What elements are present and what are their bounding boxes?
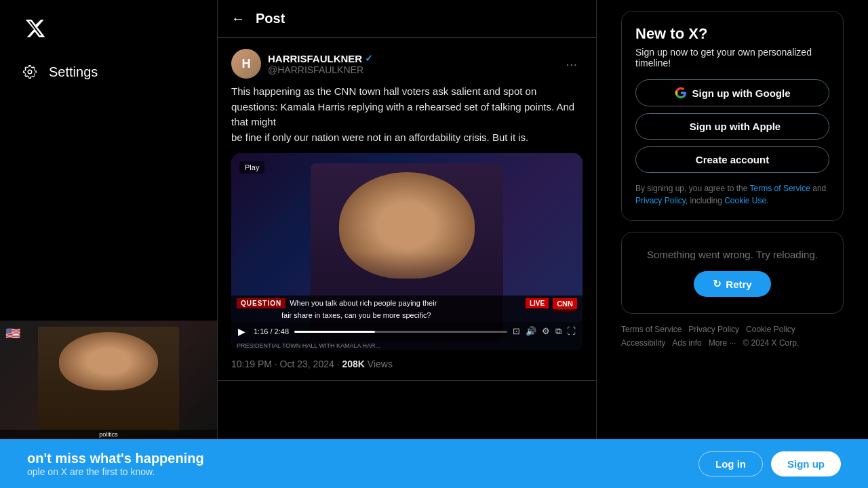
lower-caption: PRESIDENTIAL TOWN HALL WITH KAMALA HAR..… — [231, 341, 583, 350]
verified-icon: ✓ — [365, 53, 373, 64]
subtitles-icon[interactable]: ⊡ — [513, 326, 520, 337]
settings-icon — [20, 62, 39, 81]
bottom-left-video-overlay: 🇺🇸 politics — [0, 321, 217, 439]
overlay-person — [38, 327, 179, 434]
footer-links: Terms of Service Privacy Policy Cookie P… — [621, 325, 844, 348]
more-options-button[interactable]: ··· — [560, 54, 583, 75]
settings-video-icon[interactable]: ⚙ — [542, 326, 550, 337]
right-panel: New to X? Sign up now to get your own pe… — [610, 0, 854, 488]
video-time: 1:16 / 2:48 — [254, 327, 289, 336]
fullscreen-icon[interactable]: ⛶ — [567, 326, 576, 337]
overlay-video-bg: 🇺🇸 politics — [0, 321, 217, 439]
new-to-x-card: New to X? Sign up now to get your own pe… — [621, 11, 844, 221]
tweet-author-info: H HARRISFAULKNER ✓ @HARRISFAULKNER — [231, 49, 373, 79]
video-player[interactable]: CNN QUESTION When you talk about rich pe… — [231, 153, 583, 350]
footer-ads-info[interactable]: Ads info — [672, 338, 701, 348]
privacy-link[interactable]: Privacy Policy — [635, 196, 686, 205]
tweet-text: This happening as the CNN town hall vote… — [231, 84, 583, 145]
post-header: ← Post — [218, 0, 596, 38]
new-to-x-subtitle: Sign up now to get your own personalized… — [635, 47, 829, 68]
footer-cookie[interactable]: Cookie Policy — [746, 325, 795, 334]
overlay-flag: 🇺🇸 — [5, 326, 20, 341]
signup-apple-button[interactable]: Sign up with Apple — [635, 113, 829, 140]
banner-headline: on't miss what's happening — [27, 451, 204, 466]
new-to-x-title: New to X? — [635, 25, 829, 43]
video-control-icons: ⊡ 🔊 ⚙ ⧉ ⛶ — [513, 326, 576, 337]
banner-actions: Log in Sign up — [698, 451, 841, 476]
author-display-name: HARRISFAULKNER ✓ — [268, 53, 373, 64]
lower-third-line1: When you talk about rich people paying t… — [290, 298, 521, 308]
retry-button[interactable]: ↻ Retry — [694, 271, 770, 297]
main-content: ← Post H HARRISFAULKNER ✓ @HARRISFAULKNE… — [217, 0, 597, 488]
avatar[interactable]: H — [231, 49, 261, 79]
error-message: Something went wrong. Try reloading. — [647, 249, 818, 260]
live-badge: LIVE — [526, 298, 549, 308]
cookie-use-link[interactable]: Cookie Use — [724, 196, 766, 205]
play-pause-button[interactable]: ▶ — [238, 326, 245, 337]
error-card: Something went wrong. Try reloading. ↻ R… — [621, 232, 844, 314]
bottom-banner: on't miss what's happening ople on X are… — [0, 439, 868, 488]
banner-login-button[interactable]: Log in — [698, 451, 763, 476]
post-title: Post — [256, 11, 285, 26]
video-controls[interactable]: ▶ 1:16 / 2:48 ⊡ 🔊 ⚙ ⧉ ⛶ — [231, 322, 583, 341]
author-names: HARRISFAULKNER ✓ @HARRISFAULKNER — [268, 53, 373, 75]
google-icon — [675, 87, 687, 99]
video-overlay: QUESTION When you talk about rich people… — [231, 296, 583, 350]
volume-icon[interactable]: 🔊 — [526, 326, 536, 337]
pip-icon[interactable]: ⧉ — [555, 326, 561, 337]
banner-signup-button[interactable]: Sign up — [771, 451, 841, 476]
footer-privacy[interactable]: Privacy Policy — [688, 325, 739, 334]
banner-text: on't miss what's happening ople on X are… — [27, 451, 204, 477]
cnn-logo: CNN — [553, 298, 577, 309]
footer-accessibility[interactable]: Accessibility — [621, 338, 665, 348]
lower-third-line2: fair share in taxes, can you be more spe… — [281, 310, 431, 321]
author-handle: @HARRISFAULKNER — [268, 64, 373, 75]
banner-sub: ople on X are the first to know. — [27, 466, 204, 477]
terms-link[interactable]: Terms of Service — [750, 184, 810, 193]
settings-label: Settings — [49, 64, 98, 80]
retry-icon: ↻ — [713, 278, 722, 290]
play-overlay-label: Play — [239, 161, 264, 174]
footer-terms[interactable]: Terms of Service — [621, 325, 682, 334]
tweet-meta: 10:19 PM · Oct 23, 2024 · 208K Views — [231, 359, 583, 369]
video-progress-bar[interactable] — [294, 331, 507, 333]
question-badge: QUESTION — [237, 298, 285, 308]
back-button[interactable]: ← — [231, 11, 245, 26]
overlay-label: politics — [0, 430, 217, 439]
signup-google-button[interactable]: Sign up with Google — [635, 79, 829, 106]
x-logo-icon — [24, 18, 46, 39]
create-account-button[interactable]: Create account — [635, 146, 829, 173]
tweet: H HARRISFAULKNER ✓ @HARRISFAULKNER ··· T… — [218, 38, 596, 381]
x-logo[interactable] — [20, 14, 50, 43]
footer-copyright: © 2024 X Corp. — [743, 338, 799, 348]
footer-more[interactable]: More ··· — [709, 338, 736, 348]
settings-nav-item[interactable]: Settings — [20, 57, 170, 87]
terms-text: By signing up, you agree to the Terms of… — [635, 182, 829, 207]
tweet-author-row: H HARRISFAULKNER ✓ @HARRISFAULKNER ··· — [231, 49, 583, 79]
video-progress-fill — [294, 331, 375, 333]
